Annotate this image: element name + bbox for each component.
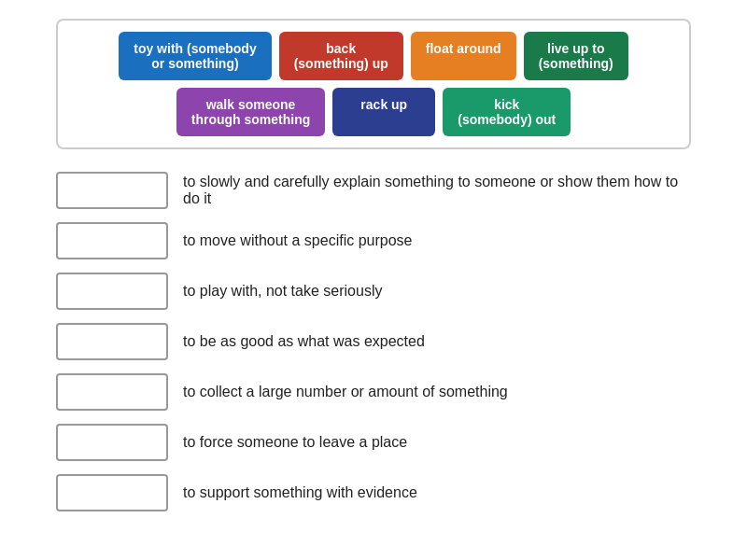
definition-text: to move without a specific purpose: [183, 232, 691, 249]
answer-box-def-6[interactable]: [56, 424, 168, 461]
definition-text: to force someone to leave a place: [183, 434, 691, 451]
match-list: to slowly and carefully explain somethin…: [56, 172, 691, 511]
word-bank: toy with (somebody or something)back (so…: [56, 19, 691, 149]
chip-walk[interactable]: walk someone through something: [176, 88, 326, 136]
chip-back[interactable]: back (something) up: [279, 32, 403, 80]
match-row: to move without a specific purpose: [56, 222, 691, 259]
match-row: to force someone to leave a place: [56, 424, 691, 461]
answer-box-def-7[interactable]: [56, 474, 168, 511]
definition-text: to support something with evidence: [183, 484, 691, 501]
match-row: to support something with evidence: [56, 474, 691, 511]
match-row: to slowly and carefully explain somethin…: [56, 172, 691, 209]
word-bank-row-2: walk someone through somethingrack upkic…: [73, 88, 674, 136]
chip-kick[interactable]: kick (somebody) out: [443, 88, 571, 136]
word-bank-row-1: toy with (somebody or something)back (so…: [73, 32, 674, 80]
chip-rack[interactable]: rack up: [332, 88, 435, 136]
definition-text: to be as good as what was expected: [183, 333, 691, 350]
chip-float[interactable]: float around: [411, 32, 516, 80]
chip-live[interactable]: live up to (something): [524, 32, 628, 80]
answer-box-def-2[interactable]: [56, 222, 168, 259]
definition-text: to collect a large number or amount of s…: [183, 384, 691, 400]
match-row: to play with, not take seriously: [56, 273, 691, 310]
answer-box-def-5[interactable]: [56, 373, 168, 411]
answer-box-def-3[interactable]: [56, 273, 168, 310]
definition-text: to play with, not take seriously: [183, 283, 691, 300]
match-row: to be as good as what was expected: [56, 323, 691, 360]
chip-toy[interactable]: toy with (somebody or something): [119, 32, 271, 80]
answer-box-def-4[interactable]: [56, 323, 168, 360]
match-row: to collect a large number or amount of s…: [56, 373, 691, 411]
definition-text: to slowly and carefully explain somethin…: [183, 174, 691, 207]
answer-box-def-1[interactable]: [56, 172, 168, 209]
